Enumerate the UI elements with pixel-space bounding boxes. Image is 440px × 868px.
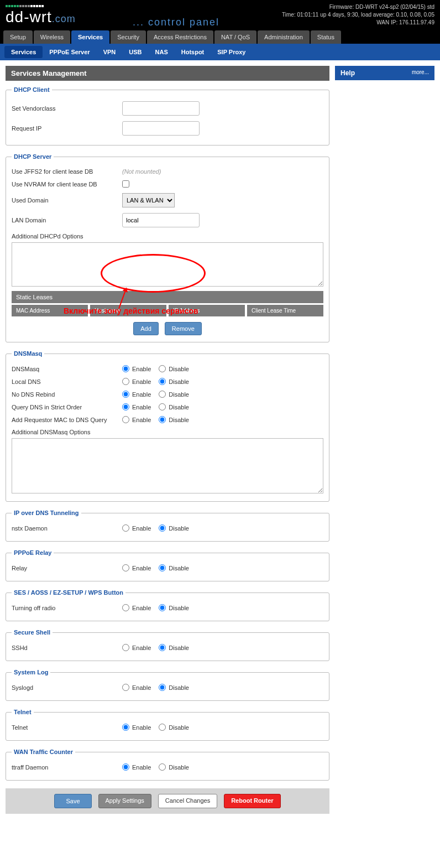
simp1-disable-radio[interactable] <box>159 564 166 571</box>
simp1-enable-radio[interactable] <box>122 564 129 571</box>
disable-label: Disable <box>169 684 189 691</box>
help-title: Help <box>341 69 355 77</box>
additional-dhcpd-textarea[interactable] <box>12 242 323 287</box>
reboot-button[interactable]: Reboot Router <box>224 794 280 808</box>
dnsmasq0-enable-radio[interactable] <box>122 365 129 372</box>
maintab-wireless[interactable]: Wireless <box>34 30 70 44</box>
subtab-vpn[interactable]: VPN <box>97 46 123 58</box>
simp2-disable-radio[interactable] <box>159 604 166 611</box>
enable-label: Enable <box>132 684 151 691</box>
time-line: Time: 01:01:11 up 4 days, 9:30, load ave… <box>282 11 434 19</box>
section-legend: IP over DNS Tunneling <box>12 510 81 516</box>
maintab-nat-qos[interactable]: NAT / QoS <box>214 30 256 44</box>
simp4-disable-radio[interactable] <box>159 684 166 691</box>
section-telnet: TelnetTelnetEnableDisable <box>6 709 329 741</box>
request-ip-label: Request IP <box>12 125 122 132</box>
section-label: Turning off radio <box>12 605 122 611</box>
dnsmasq-legend: DNSMasq <box>12 350 44 357</box>
enable-label: Enable <box>132 378 151 385</box>
sub-tabs: ServicesPPPoE ServerVPNUSBNASHotspotSIP … <box>0 44 440 60</box>
simp5-enable-radio[interactable] <box>122 724 129 731</box>
section-legend: System Log <box>12 669 50 675</box>
maintab-security[interactable]: Security <box>111 30 146 44</box>
dnsmasq-row-label-1: Local DNS <box>12 378 122 385</box>
simp6-enable-radio[interactable] <box>122 763 129 771</box>
maintab-access-restrictions[interactable]: Access Restrictions <box>147 30 213 44</box>
dhcp-client-legend: DHCP Client <box>12 86 52 93</box>
used-domain-label: Used Domain <box>12 197 122 204</box>
logo-text: dd-wrt <box>6 8 52 25</box>
dnsmasq1-enable-radio[interactable] <box>122 378 129 385</box>
subtab-hotspot[interactable]: Hotspot <box>175 46 211 58</box>
control-panel-label: ... control panel <box>133 17 219 28</box>
simp2-enable-radio[interactable] <box>122 604 129 611</box>
subtab-pppoe-server[interactable]: PPPoE Server <box>43 46 96 58</box>
cancel-button[interactable]: Cancel Changes <box>158 794 217 808</box>
dnsmasq-row-label-3: Query DNS in Strict Order <box>12 404 122 410</box>
section-legend: Secure Shell <box>12 629 53 636</box>
dnsmasq4-disable-radio[interactable] <box>159 416 166 423</box>
dnsmasq0-disable-radio[interactable] <box>159 365 166 372</box>
dnsmasq-row-label-4: Add Requestor MAC to DNS Query <box>12 417 122 423</box>
enable-label: Enable <box>132 565 151 571</box>
disable-label: Disable <box>169 565 189 571</box>
jffs2-note: (Not mounted) <box>122 168 161 175</box>
nvram-label: Use NVRAM for client lease DB <box>12 181 122 188</box>
save-button[interactable]: Save <box>54 794 91 808</box>
maintab-setup[interactable]: Setup <box>3 30 33 44</box>
used-domain-select[interactable]: LAN & WLAN <box>122 193 175 207</box>
dnsmasq3-enable-radio[interactable] <box>122 403 129 410</box>
section-ses-aoss-ez-setup-wps-button: SES / AOSS / EZ-SETUP / WPS ButtonTurnin… <box>6 589 329 621</box>
lan-domain-input[interactable] <box>122 213 200 227</box>
remove-button[interactable]: Remove <box>165 322 202 335</box>
maintab-services[interactable]: Services <box>71 30 109 44</box>
dnsmasq1-disable-radio[interactable] <box>159 378 166 385</box>
maintab-status[interactable]: Status <box>311 30 341 44</box>
dnsmasq4-enable-radio[interactable] <box>122 416 129 423</box>
simp3-enable-radio[interactable] <box>122 644 129 651</box>
simp0-disable-radio[interactable] <box>159 524 166 532</box>
apply-button[interactable]: Apply Settings <box>98 794 151 808</box>
wanip-line: WAN IP: 176.111.97.49 <box>282 19 434 27</box>
enable-label: Enable <box>132 391 151 398</box>
section-ip-over-dns-tunneling: IP over DNS Tunnelingnstx DaemonEnableDi… <box>6 510 329 542</box>
dnsmasq2-disable-radio[interactable] <box>159 391 166 398</box>
section-label: Telnet <box>12 724 122 731</box>
additional-dnsmasq-textarea[interactable] <box>12 438 323 493</box>
section-label: Syslogd <box>12 684 122 691</box>
dnsmasq-row-label-2: No DNS Rebind <box>12 391 122 398</box>
subtab-nas[interactable]: NAS <box>149 46 175 58</box>
section-legend: Telnet <box>12 709 34 715</box>
enable-label: Enable <box>132 724 151 731</box>
additional-dhcpd-label: Additional DHCPd Options <box>12 233 122 240</box>
simp4-enable-radio[interactable] <box>122 684 129 691</box>
enable-label: Enable <box>132 404 151 410</box>
request-ip-input[interactable] <box>122 121 200 136</box>
help-more[interactable]: more... <box>412 69 429 77</box>
disable-label: Disable <box>169 525 189 532</box>
set-vendorclass-input[interactable] <box>122 101 200 116</box>
dnsmasq2-enable-radio[interactable] <box>122 391 129 398</box>
simp6-disable-radio[interactable] <box>159 763 166 771</box>
section-secure-shell: Secure ShellSSHdEnableDisable <box>6 629 329 661</box>
section-system-log: System LogSyslogdEnableDisable <box>6 669 329 701</box>
subtab-sip-proxy[interactable]: SIP Proxy <box>211 46 252 58</box>
disable-label: Disable <box>169 724 189 731</box>
add-button[interactable]: Add <box>133 322 159 335</box>
help-bar[interactable]: Help more... <box>335 66 434 80</box>
simp5-disable-radio[interactable] <box>159 724 166 731</box>
maintab-administration[interactable]: Administration <box>258 30 310 44</box>
enable-label: Enable <box>132 605 151 611</box>
section-label: ttraff Daemon <box>12 764 122 771</box>
dnsmasq3-disable-radio[interactable] <box>159 403 166 410</box>
simp3-disable-radio[interactable] <box>159 644 166 651</box>
subtab-services[interactable]: Services <box>4 46 43 58</box>
additional-dnsmasq-label: Additional DNSMasq Options <box>12 429 122 435</box>
simp0-enable-radio[interactable] <box>122 524 129 532</box>
nvram-checkbox[interactable] <box>122 180 129 188</box>
subtab-usb[interactable]: USB <box>122 46 148 58</box>
section-label: Relay <box>12 565 122 571</box>
header-info: Firmware: DD-WRT v24-sp2 (02/04/15) std … <box>282 3 434 27</box>
section-legend: SES / AOSS / EZ-SETUP / WPS Button <box>12 589 125 596</box>
lan-domain-label: LAN Domain <box>12 217 122 224</box>
